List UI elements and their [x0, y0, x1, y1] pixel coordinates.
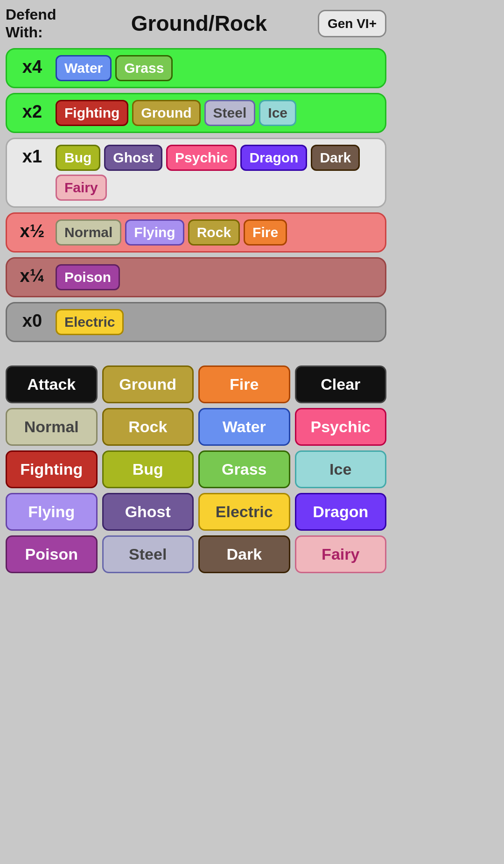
multiplier-row-x1: x1BugGhostPsychicDragonDarkFairy [6, 138, 386, 208]
attack-btn-psychic[interactable]: Psychic [295, 408, 387, 446]
multiplier-row-xhalf: x½NormalFlyingRockFire [6, 212, 386, 253]
attack-btn-normal[interactable]: Normal [6, 408, 98, 446]
type-tags-xhalf: NormalFlyingRockFire [56, 219, 378, 246]
type-tag-fire-xhalf[interactable]: Fire [244, 219, 287, 246]
attack-btn-dragon[interactable]: Dragon [295, 493, 387, 531]
attack-btn-fairy[interactable]: Fairy [295, 535, 387, 573]
type-tag-fighting-x2[interactable]: Fighting [56, 100, 128, 126]
attack-section: AttackGroundFireClearNormalRockWaterPsyc… [6, 365, 386, 573]
attack-btn-fire[interactable]: Fire [198, 365, 290, 403]
attack-btn-dark[interactable]: Dark [198, 535, 290, 573]
gen-button[interactable]: Gen VI+ [318, 10, 386, 38]
type-tag-normal-xhalf[interactable]: Normal [56, 219, 121, 246]
multiplier-label-xhalf: x½ [14, 219, 51, 241]
type-tags-x4: WaterGrass [56, 55, 378, 81]
multiplier-label-x4: x4 [14, 55, 51, 77]
type-tag-ghost-x1[interactable]: Ghost [104, 145, 162, 171]
type-tags-xzero: Electric [56, 309, 378, 335]
type-tag-bug-x1[interactable]: Bug [56, 145, 100, 171]
multiplier-label-x1: x1 [14, 145, 51, 167]
attack-btn-clear[interactable]: Clear [295, 365, 387, 403]
attack-btn-ghost[interactable]: Ghost [102, 493, 194, 531]
type-tag-flying-xhalf[interactable]: Flying [125, 219, 184, 246]
type-tag-dark-x1[interactable]: Dark [311, 145, 360, 171]
multiplier-label-xzero: x0 [14, 309, 51, 331]
multiplier-row-xzero: x0Electric [6, 302, 386, 342]
type-tag-psychic-x1[interactable]: Psychic [166, 145, 237, 171]
type-tags-x2: FightingGroundSteelIce [56, 100, 378, 126]
multiplier-section: x4WaterGrassx2FightingGroundSteelIcex1Bu… [6, 48, 386, 342]
attack-btn-steel[interactable]: Steel [102, 535, 194, 573]
attack-btn-water[interactable]: Water [198, 408, 290, 446]
multiplier-label-x2: x2 [14, 100, 51, 122]
type-tag-ground-x2[interactable]: Ground [132, 100, 200, 126]
type-tag-ice-x2[interactable]: Ice [259, 100, 296, 126]
attack-btn-fighting[interactable]: Fighting [6, 450, 98, 488]
attack-btn-attack[interactable]: Attack [6, 365, 98, 403]
attack-btn-grass[interactable]: Grass [198, 450, 290, 488]
type-tag-electric-xzero[interactable]: Electric [56, 309, 124, 335]
attack-btn-bug[interactable]: Bug [102, 450, 194, 488]
type-tag-poison-xquarter[interactable]: Poison [56, 264, 120, 290]
attack-btn-ice[interactable]: Ice [295, 450, 387, 488]
type-tag-rock-xhalf[interactable]: Rock [188, 219, 240, 246]
type-tag-fairy-x1[interactable]: Fairy [56, 175, 107, 201]
header: DefendWith: Ground/Rock Gen VI+ [6, 6, 386, 42]
type-combo-title: Ground/Rock [80, 11, 318, 36]
defend-with-label: DefendWith: [6, 6, 80, 42]
multiplier-row-x2: x2FightingGroundSteelIce [6, 93, 386, 133]
type-tag-grass-x4[interactable]: Grass [115, 55, 173, 81]
type-tags-x1: BugGhostPsychicDragonDarkFairy [56, 145, 378, 201]
multiplier-row-x4: x4WaterGrass [6, 48, 386, 88]
multiplier-row-xquarter: x¼Poison [6, 257, 386, 297]
type-tag-steel-x2[interactable]: Steel [204, 100, 256, 126]
type-tag-dragon-x1[interactable]: Dragon [240, 145, 307, 171]
attack-btn-flying[interactable]: Flying [6, 493, 98, 531]
attack-btn-ground[interactable]: Ground [102, 365, 194, 403]
attack-grid: AttackGroundFireClearNormalRockWaterPsyc… [6, 365, 386, 573]
attack-btn-rock[interactable]: Rock [102, 408, 194, 446]
type-tags-xquarter: Poison [56, 264, 378, 290]
type-tag-water-x4[interactable]: Water [56, 55, 112, 81]
attack-btn-electric[interactable]: Electric [198, 493, 290, 531]
multiplier-label-xquarter: x¼ [14, 264, 51, 286]
attack-btn-poison[interactable]: Poison [6, 535, 98, 573]
